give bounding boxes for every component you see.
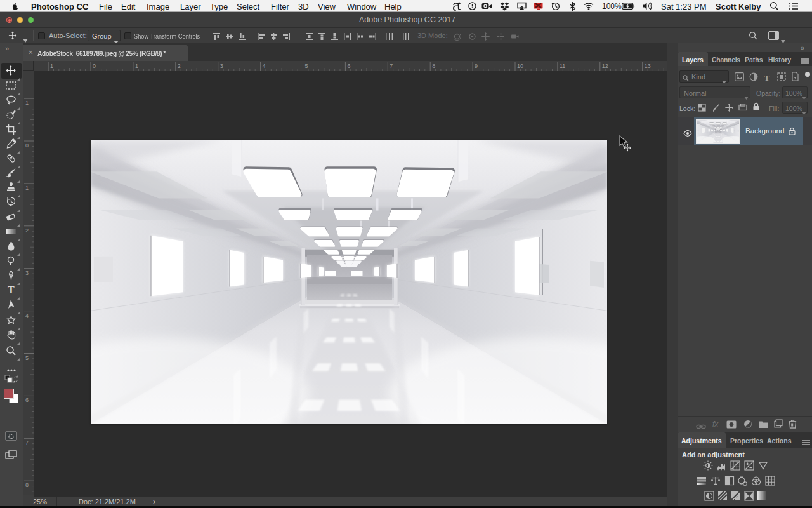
- svg-text:3: 3: [25, 270, 29, 276]
- svg-text:7: 7: [25, 439, 29, 446]
- svg-text:2: 2: [25, 227, 29, 234]
- svg-text:7: 7: [390, 63, 393, 69]
- svg-text:5: 5: [305, 63, 308, 69]
- svg-text:10: 10: [517, 63, 523, 69]
- svg-text:6: 6: [25, 397, 29, 403]
- svg-text:4: 4: [25, 312, 29, 319]
- svg-text:1: 1: [25, 185, 29, 191]
- svg-text:T: T: [8, 284, 15, 295]
- svg-text:9: 9: [475, 63, 478, 69]
- svg-text:3: 3: [220, 63, 223, 69]
- svg-text:8: 8: [432, 63, 435, 69]
- svg-text:0: 0: [25, 142, 29, 149]
- svg-text:0: 0: [93, 63, 96, 69]
- svg-text:8: 8: [25, 482, 29, 488]
- svg-text:2: 2: [178, 63, 181, 69]
- svg-text:T: T: [764, 73, 770, 81]
- svg-text:4: 4: [263, 63, 266, 69]
- svg-text:6: 6: [347, 63, 350, 69]
- svg-text:1: 1: [25, 100, 29, 106]
- svg-text:5: 5: [25, 355, 29, 361]
- svg-text:13: 13: [645, 63, 651, 69]
- svg-text:1: 1: [50, 63, 53, 69]
- svg-text:12: 12: [602, 63, 608, 69]
- svg-text:1: 1: [135, 63, 138, 69]
- svg-text:11: 11: [560, 63, 565, 69]
